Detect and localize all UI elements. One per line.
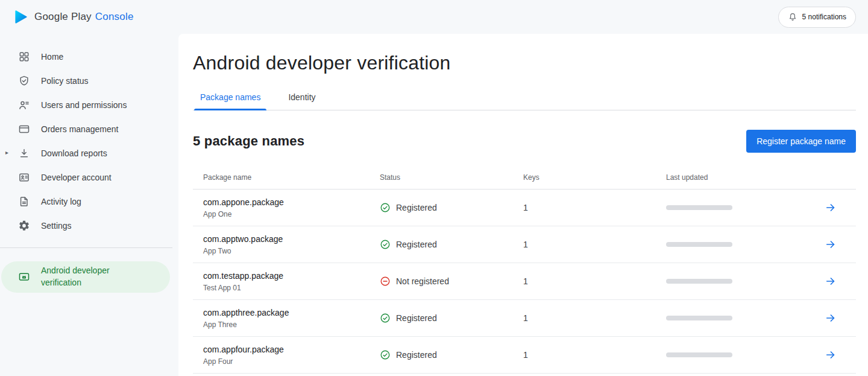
table-row[interactable]: com.appfour.package App Four Registered … — [193, 337, 856, 374]
sidebar-item-label: Users and permissions — [41, 100, 127, 110]
status-cell: Registered — [380, 313, 523, 323]
verification-screen-icon — [18, 271, 30, 283]
col-header-last-updated: Last updated — [666, 173, 822, 182]
arrow-right-icon — [825, 312, 837, 324]
last-updated-cell — [666, 279, 822, 284]
main-content: Android developer verification Package n… — [178, 34, 868, 376]
package-table: Package name Status Keys Last updated co… — [193, 166, 856, 374]
last-updated-cell — [666, 352, 822, 357]
app-name: Test App 01 — [203, 284, 380, 292]
status-cell: Registered — [380, 202, 523, 213]
sidebar-item-policy-status[interactable]: Policy status — [0, 69, 178, 93]
status-label: Registered — [396, 350, 437, 360]
status-label: Not registered — [396, 276, 449, 286]
check-circle-icon — [380, 349, 391, 360]
last-updated-placeholder — [666, 279, 732, 284]
row-detail-arrow-button[interactable] — [822, 273, 856, 290]
sidebar-divider — [0, 247, 172, 248]
sidebar-item-label: Home — [41, 52, 63, 62]
row-detail-arrow-button[interactable] — [822, 199, 856, 216]
logo-text-google-play: Google Play — [34, 11, 92, 23]
sidebar-item-android-developer-verification[interactable]: Android developer verification — [1, 261, 170, 293]
keys-count: 1 — [523, 240, 666, 249]
table-row[interactable]: com.testapp.package Test App 01 Not regi… — [193, 263, 856, 300]
sidebar-item-label: Policy status — [41, 76, 89, 86]
home-grid-icon — [18, 51, 30, 63]
sidebar-item-developer-account[interactable]: Developer account — [0, 165, 178, 190]
register-package-name-button[interactable]: Register package name — [746, 130, 856, 153]
policy-shield-icon — [18, 75, 30, 87]
app-name: App One — [203, 210, 380, 218]
play-console-logo[interactable]: Google Play Console — [13, 9, 134, 25]
package-cell: com.appone.package App One — [193, 197, 380, 218]
package-cell: com.apptwo.package App Two — [193, 234, 380, 255]
sidebar-item-orders-management[interactable]: Orders management — [0, 117, 178, 141]
col-header-status: Status — [380, 173, 523, 182]
users-icon — [18, 99, 30, 111]
gear-icon — [18, 220, 30, 232]
package-name: com.appone.package — [203, 197, 380, 207]
play-triangle-icon — [13, 9, 29, 25]
status-label: Registered — [396, 313, 437, 323]
package-name: com.testapp.package — [203, 271, 380, 281]
orders-card-icon — [18, 123, 30, 135]
row-detail-arrow-button[interactable] — [822, 346, 856, 363]
check-circle-icon — [380, 239, 391, 250]
page-title: Android developer verification — [193, 52, 856, 74]
bell-icon — [788, 12, 797, 22]
tab-identity[interactable]: Identity — [282, 89, 321, 110]
arrow-right-icon — [825, 275, 837, 287]
col-header-package-name: Package name — [193, 173, 380, 182]
package-name: com.apptwo.package — [203, 234, 380, 244]
status-label: Registered — [396, 240, 437, 249]
keys-count: 1 — [523, 313, 666, 323]
keys-count: 1 — [523, 203, 666, 212]
sidebar: Home Policy status Users and permissions… — [0, 34, 178, 376]
last-updated-cell — [666, 242, 822, 247]
last-updated-placeholder — [666, 242, 732, 247]
table-header-row: Package name Status Keys Last updated — [193, 166, 856, 190]
app-name: App Two — [203, 247, 380, 255]
package-name: com.appfour.package — [203, 345, 380, 354]
activity-doc-icon — [18, 196, 30, 208]
top-bar: Google Play Console 5 notifications — [0, 0, 868, 34]
package-name: com.appthree.package — [203, 308, 380, 317]
keys-count: 1 — [523, 276, 666, 286]
keys-count: 1 — [523, 350, 666, 360]
last-updated-placeholder — [666, 316, 732, 320]
package-cell: com.appfour.package App Four — [193, 345, 380, 366]
sidebar-item-activity-log[interactable]: Activity log — [0, 190, 178, 214]
blocked-icon — [380, 276, 391, 287]
last-updated-placeholder — [666, 205, 732, 210]
tab-package-names[interactable]: Package names — [194, 89, 266, 110]
package-cell: com.testapp.package Test App 01 — [193, 271, 380, 292]
sidebar-item-label: Download reports — [41, 148, 107, 158]
sidebar-item-label: Orders management — [41, 124, 118, 134]
sidebar-item-home[interactable]: Home — [0, 45, 178, 69]
expand-chevron-icon[interactable]: ▸ — [5, 150, 8, 156]
sidebar-item-settings[interactable]: Settings — [0, 214, 178, 238]
check-circle-icon — [380, 202, 391, 213]
section-header: 5 package names Register package name — [193, 130, 856, 153]
row-detail-arrow-button[interactable] — [822, 236, 856, 253]
table-row[interactable]: com.apptwo.package App Two Registered 1 — [193, 226, 856, 263]
arrow-right-icon — [825, 349, 837, 361]
last-updated-cell — [666, 205, 822, 210]
notifications-button[interactable]: 5 notifications — [778, 7, 856, 28]
app-name: App Four — [203, 357, 380, 366]
last-updated-placeholder — [666, 352, 732, 357]
table-row[interactable]: com.appone.package App One Registered 1 — [193, 190, 856, 226]
arrow-right-icon — [825, 238, 837, 250]
table-row[interactable]: com.appthree.package App Three Registere… — [193, 300, 856, 337]
col-header-keys: Keys — [523, 173, 666, 182]
status-label: Registered — [396, 203, 437, 212]
row-detail-arrow-button[interactable] — [822, 310, 856, 327]
check-circle-icon — [380, 313, 391, 323]
sidebar-item-users-and-permissions[interactable]: Users and permissions — [0, 93, 178, 117]
section-heading: 5 package names — [193, 133, 304, 149]
tab-bar: Package names Identity — [193, 89, 856, 110]
last-updated-cell — [666, 316, 822, 320]
sidebar-item-download-reports[interactable]: ▸ Download reports — [0, 141, 178, 165]
sidebar-item-label: Android developer verification — [41, 265, 131, 288]
arrow-right-icon — [825, 202, 837, 214]
